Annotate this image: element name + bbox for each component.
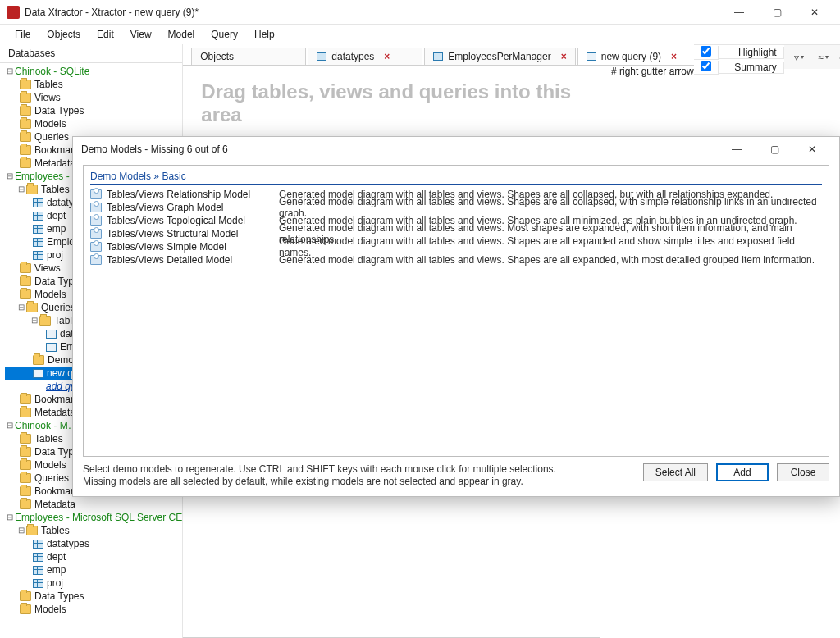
window-maximize-button[interactable]: ▢ — [758, 0, 796, 25]
folder-icon — [26, 185, 38, 194]
menu-objects[interactable]: Objects — [40, 27, 87, 42]
tab-employees-per-manager[interactable]: EmployeesPerManager× — [424, 48, 575, 65]
model-row[interactable]: Tables/Views Graph ModelGenerated model … — [90, 201, 822, 214]
query-icon — [33, 369, 43, 378]
collapse-icon[interactable]: ⊟ — [5, 511, 15, 524]
menu-help[interactable]: Help — [248, 27, 281, 42]
tab-new-query-9[interactable]: new query (9)× — [578, 48, 692, 65]
folder-icon — [39, 316, 51, 326]
tab-close-icon[interactable]: × — [671, 51, 677, 62]
db-node-employees-msce[interactable]: Employees - Microsoft SQL Server CE — [15, 511, 182, 524]
collapse-icon[interactable]: ⊟ — [5, 419, 15, 432]
collapse-icon[interactable]: ⊟ — [5, 170, 15, 183]
query-icon — [46, 330, 57, 339]
table-icon — [317, 52, 326, 61]
model-row[interactable]: Tables/Views Simple ModelGenerated model… — [90, 240, 822, 253]
add-button[interactable]: Add — [716, 463, 769, 481]
breadcrumb-part: Demo Models — [90, 171, 151, 182]
tree-item[interactable]: Data Types — [34, 104, 84, 117]
table-icon — [33, 198, 43, 207]
folder-icon — [20, 106, 31, 116]
folder-icon — [20, 145, 31, 155]
editor-tabs: Objects datatypes× EmployeesPerManager× … — [183, 44, 693, 66]
model-name: Tables/Views Graph Model — [107, 202, 279, 213]
tree-item[interactable]: Models — [34, 117, 66, 130]
db-node-chinook-sqlite[interactable]: Chinook - SQLite — [15, 65, 89, 78]
collapse-icon[interactable]: ⊟ — [16, 524, 26, 537]
tree-item[interactable]: Metadata — [34, 498, 75, 511]
breadcrumb-sep: » — [151, 171, 162, 182]
collapse-icon[interactable]: ⊟ — [16, 183, 26, 196]
summary-checkbox[interactable] — [701, 61, 711, 71]
dialog-maximize-button[interactable]: ▢ — [756, 137, 793, 162]
tab-objects[interactable]: Objects — [191, 48, 306, 65]
tab-label: new query (9) — [601, 51, 661, 62]
tree-item[interactable]: emp — [47, 563, 66, 576]
tree-item[interactable]: dept — [47, 209, 66, 222]
folder-icon — [20, 591, 31, 601]
tree-item[interactable]: Queries — [34, 472, 69, 485]
highlight-checkbox[interactable] — [701, 46, 711, 57]
dialog-close-button[interactable]: ✕ — [793, 137, 831, 162]
folder-icon — [20, 93, 31, 103]
menu-edit[interactable]: Edit — [90, 27, 121, 42]
folder-icon — [20, 499, 31, 509]
dialog-breadcrumb: Demo Models » Basic — [90, 171, 822, 186]
close-button[interactable]: Close — [777, 463, 829, 481]
tab-close-icon[interactable]: × — [384, 51, 390, 62]
window-title: Data Xtractor - Xtractor - new query (9)… — [25, 7, 720, 18]
model-name: Tables/Views Simple Model — [107, 241, 279, 253]
tree-item[interactable]: Tables — [34, 432, 63, 445]
tree-item[interactable]: datatypes — [47, 537, 89, 550]
tree-item[interactable]: proj — [47, 576, 63, 590]
tree-item[interactable]: dept — [47, 550, 66, 563]
tree-item[interactable]: Queries — [41, 301, 75, 314]
filter-icon[interactable]: ▿ — [791, 49, 807, 66]
tab-close-icon[interactable]: × — [561, 51, 567, 62]
window-minimize-button[interactable]: — — [720, 0, 758, 25]
tree-item[interactable]: Data Types — [34, 590, 84, 603]
collapse-icon[interactable]: ⊟ — [16, 301, 26, 314]
tree-item[interactable]: Tables — [41, 183, 70, 196]
folder-icon — [26, 526, 38, 535]
models-listbox[interactable]: Demo Models » Basic Tables/Views Relatio… — [83, 165, 829, 457]
tree-item[interactable]: emp — [47, 222, 66, 235]
tab-datatypes[interactable]: datatypes× — [308, 48, 422, 65]
dialog-titlebar[interactable]: Demo Models - Missing 6 out of 6 — ▢ ✕ — [73, 137, 839, 162]
collapse-icon[interactable]: ⊟ — [5, 65, 15, 78]
folder-icon — [20, 263, 31, 273]
db-node-chinook-m[interactable]: Chinook - M… — [15, 419, 78, 432]
folder-icon — [20, 486, 31, 496]
model-name: Tables/Views Structural Model — [107, 228, 279, 239]
tree-item[interactable]: Tables — [34, 78, 63, 91]
menu-query[interactable]: Query — [204, 27, 244, 42]
window-close-button[interactable]: ✕ — [796, 0, 833, 25]
tree-item[interactable]: Views — [34, 91, 61, 104]
tree-item[interactable]: Queries — [34, 130, 69, 144]
menu-view[interactable]: View — [124, 27, 158, 42]
tree-item[interactable]: Tables — [41, 524, 70, 537]
tree-item[interactable]: Metadata — [34, 157, 75, 170]
tree-item[interactable]: Models — [34, 458, 66, 472]
menubar: File Objects Edit View Model Query Help — [0, 25, 840, 44]
folder-icon — [20, 434, 31, 444]
query-icon — [46, 343, 57, 352]
dialog-minimize-button[interactable]: — — [718, 137, 756, 162]
collapse-icon[interactable]: ⊟ — [30, 314, 39, 327]
tree-item[interactable]: Metadata — [34, 406, 75, 419]
table-icon — [33, 238, 43, 247]
tree-item[interactable]: Models — [34, 603, 66, 616]
sidebar-header: Databases — [0, 44, 182, 63]
model-row[interactable]: Tables/Views Detailed ModelGenerated mod… — [90, 253, 822, 267]
folder-icon — [20, 276, 31, 286]
model-name: Tables/Views Relationship Model — [107, 189, 279, 200]
menu-model[interactable]: Model — [162, 27, 202, 42]
tree-item[interactable]: proj — [47, 248, 63, 262]
select-all-button[interactable]: Select All — [643, 463, 708, 481]
tree-item[interactable]: Models — [34, 288, 66, 301]
menu-file[interactable]: File — [8, 27, 37, 42]
option-label: Highlight — [719, 47, 784, 59]
tree-item[interactable]: Views — [34, 262, 61, 275]
approx-icon[interactable]: ≈ — [815, 49, 832, 66]
canvas-placeholder: Drag tables, views and queries into this… — [183, 66, 600, 141]
